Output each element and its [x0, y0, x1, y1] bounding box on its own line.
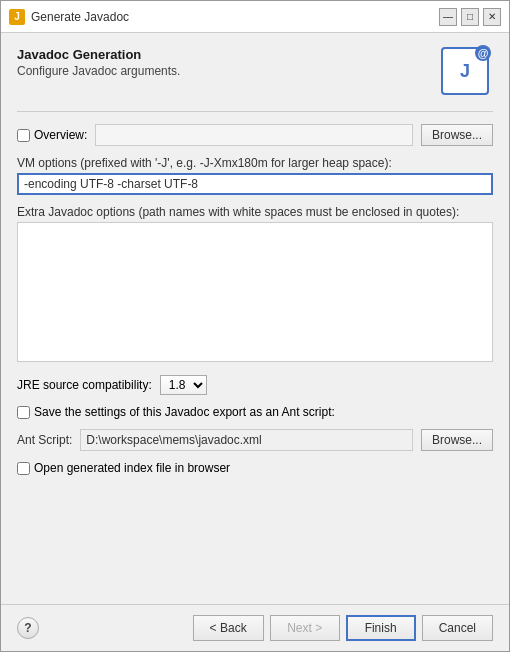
main-content: Javadoc Generation Configure Javadoc arg… — [1, 33, 509, 604]
close-button[interactable]: ✕ — [483, 8, 501, 26]
ant-script-row: Ant Script: Browse... — [17, 429, 493, 451]
page-subtitle: Configure Javadoc arguments. — [17, 64, 180, 78]
at-badge: @ — [475, 45, 491, 61]
help-button[interactable]: ? — [17, 617, 39, 639]
vm-options-section: VM options (prefixed with '-J', e.g. -J-… — [17, 156, 493, 195]
vm-options-input[interactable] — [17, 173, 493, 195]
ant-script-input[interactable] — [80, 429, 413, 451]
header-divider — [17, 111, 493, 112]
open-index-text: Open generated index file in browser — [34, 461, 230, 475]
open-index-row: Open generated index file in browser — [17, 461, 493, 475]
extra-options-label: Extra Javadoc options (path names with w… — [17, 205, 493, 219]
title-bar: J Generate Javadoc — □ ✕ — [1, 1, 509, 33]
open-index-label: Open generated index file in browser — [17, 461, 493, 475]
cancel-button[interactable]: Cancel — [422, 615, 493, 641]
overview-row: Overview: Browse... — [17, 124, 493, 146]
ant-script-browse-button[interactable]: Browse... — [421, 429, 493, 451]
save-settings-row: Save the settings of this Javadoc export… — [17, 405, 493, 419]
save-settings-text: Save the settings of this Javadoc export… — [34, 405, 335, 419]
footer-buttons: < Back Next > Finish Cancel — [193, 615, 493, 641]
header-text: Javadoc Generation Configure Javadoc arg… — [17, 47, 180, 78]
footer: ? < Back Next > Finish Cancel — [1, 604, 509, 651]
save-settings-checkbox[interactable] — [17, 406, 30, 419]
overview-label: Overview: — [34, 128, 87, 142]
jre-row: JRE source compatibility: 1.8 11 17 — [17, 375, 493, 395]
extra-options-textarea[interactable] — [17, 222, 493, 362]
header-section: Javadoc Generation Configure Javadoc arg… — [17, 47, 493, 99]
overview-input[interactable] — [95, 124, 413, 146]
open-index-checkbox[interactable] — [17, 462, 30, 475]
footer-left: ? — [17, 617, 39, 639]
page-title: Javadoc Generation — [17, 47, 180, 62]
minimize-button[interactable]: — — [439, 8, 457, 26]
window-title: Generate Javadoc — [31, 10, 129, 24]
ant-script-label: Ant Script: — [17, 433, 72, 447]
window-icon: J — [9, 9, 25, 25]
vm-options-label: VM options (prefixed with '-J', e.g. -J-… — [17, 156, 493, 170]
next-button[interactable]: Next > — [270, 615, 340, 641]
title-bar-controls: — □ ✕ — [439, 8, 501, 26]
back-button[interactable]: < Back — [193, 615, 264, 641]
main-window: J Generate Javadoc — □ ✕ Javadoc Generat… — [0, 0, 510, 652]
overview-browse-button[interactable]: Browse... — [421, 124, 493, 146]
header-icon-area: @ J — [441, 47, 493, 99]
jre-label: JRE source compatibility: — [17, 378, 152, 392]
jre-select[interactable]: 1.8 11 17 — [160, 375, 207, 395]
maximize-button[interactable]: □ — [461, 8, 479, 26]
overview-checkbox[interactable] — [17, 129, 30, 142]
title-bar-left: J Generate Javadoc — [9, 9, 129, 25]
finish-button[interactable]: Finish — [346, 615, 416, 641]
extra-options-section: Extra Javadoc options (path names with w… — [17, 205, 493, 365]
javadoc-icon: @ J — [441, 47, 489, 95]
save-settings-label: Save the settings of this Javadoc export… — [17, 405, 493, 419]
overview-checkbox-label: Overview: — [17, 128, 87, 142]
